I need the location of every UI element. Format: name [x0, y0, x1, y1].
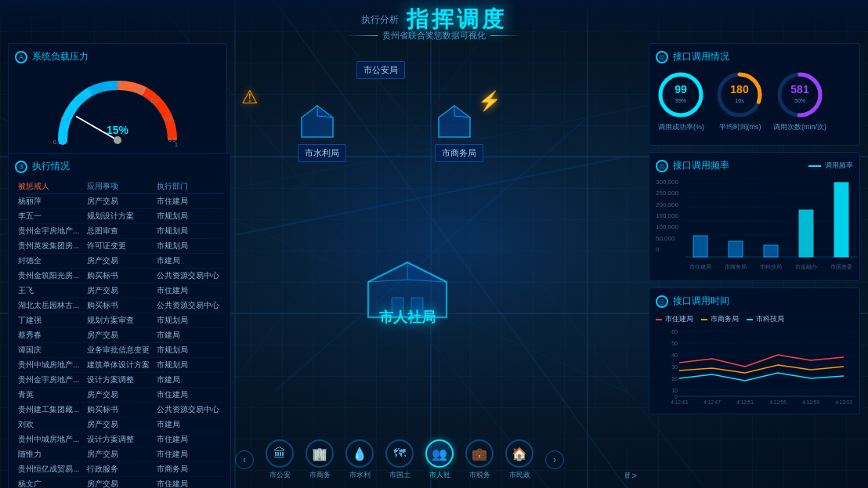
svg-text:0.2: 0.2: [61, 116, 69, 121]
table-row: 封德全房产交易市建局: [15, 254, 224, 269]
call-time-panel: ◎ 接口调用时间 市住建局 市商务局 市科技局: [649, 287, 860, 414]
svg-text:4:12:51: 4:12:51: [736, 399, 754, 405]
bottom-navigation: ‹ 🏛 市公安 🏢 市商务 💧 市水利 🗺 市国土 👥 市人社 💼 市税务 🏠 …: [235, 439, 641, 480]
table-row: 贵州中城房地产...设计方案调整市住建局: [15, 432, 224, 447]
nav-icon-minzheng: 🏠: [505, 439, 533, 468]
left-panel: A 系统负载压力 0.1 0.2 0.3 0.4 0.5: [8, 43, 227, 161]
table-row: 蔡秀春房产交易市建局: [15, 328, 224, 343]
table-row: 贵州恒亿成贸易...行政服务市商务局: [15, 462, 224, 477]
svg-text:99%: 99%: [675, 98, 686, 103]
svg-text:市科技局: 市科技局: [760, 264, 782, 269]
header-subtitle: 执行分析: [361, 13, 399, 27]
table-row: 贵州中城房地产...建筑单体设计方案市规划局: [15, 358, 224, 373]
svg-text:0.1: 0.1: [53, 139, 61, 145]
svg-rect-55: [693, 236, 707, 257]
call-time-icon: ◎: [656, 295, 668, 308]
main-building-label: 市人社局: [379, 308, 436, 327]
execution-section: ③ 执行情况 被惩戒人 应用事项 执行部门 杨丽萍房产交易市住建局李五一规划设计…: [8, 153, 231, 488]
table-row: 谭国庆业务审批信息变更市规划局: [15, 343, 224, 358]
line-chart-svg: 60 50 40 30 20 10 0 4:12:43 4:12:47 4:12…: [656, 327, 855, 406]
table-row: 杨文广房产交易市住建局: [15, 477, 224, 489]
nav-next-button[interactable]: ›: [545, 450, 564, 469]
table-row: 湖北太岳园林古...购买标书公共资源交易中心: [15, 298, 224, 313]
table-row: 刘欢房产交易市建局: [15, 418, 224, 432]
svg-text:市金融办: 市金融办: [795, 264, 817, 269]
bar-chart-container: 300,000 250,000 200,000 150,000 100,000 …: [656, 179, 853, 274]
col-header-person: 被惩戒人: [15, 179, 84, 194]
svg-text:0.6: 0.6: [136, 87, 143, 92]
nav-item-shangwu[interactable]: 🏢 市商务: [306, 439, 334, 480]
table-row: 青英房产交易市住建局: [15, 388, 224, 403]
svg-point-14: [114, 136, 121, 144]
col-header-dept: 执行部门: [154, 179, 224, 194]
warning-icon-1: ⚠: [241, 86, 259, 108]
svg-text:50: 50: [671, 341, 678, 346]
table-row: 贵州金筑阳光房...购买标书公共资源交易中心: [15, 269, 224, 284]
svg-text:市住建局: 市住建局: [689, 264, 711, 269]
svg-text:4:12:43: 4:12:43: [671, 399, 688, 405]
exec-table: 被惩戒人 应用事项 执行部门 杨丽萍房产交易市住建局李五一规划设计方案市规划局贵…: [15, 179, 224, 488]
svg-text:15%: 15%: [107, 124, 129, 136]
svg-text:99: 99: [675, 83, 687, 96]
svg-text:581: 581: [790, 83, 809, 96]
svg-text:20: 20: [671, 376, 678, 381]
svg-marker-27: [317, 106, 333, 117]
nav-item-minzheng[interactable]: 🏠 市民政: [505, 439, 533, 480]
nav-item-shuili[interactable]: 💧 市水利: [345, 439, 374, 480]
system-load-panel: A 系统负载压力 0.1 0.2 0.3 0.4 0.5: [8, 43, 227, 155]
table-row: 李五一规划设计方案市规划局: [15, 209, 224, 224]
svg-text:市商务局: 市商务局: [725, 264, 747, 269]
svg-text:市国资委: 市国资委: [830, 264, 852, 270]
table-row: 丁建强规划方案审查市规划局: [15, 313, 224, 328]
call-freq-title: ◎ 接口调用频率 调用频率: [656, 159, 853, 172]
exec-icon: ③: [15, 161, 27, 173]
nav-item-shuiwu[interactable]: 💼 市税务: [465, 439, 494, 480]
circ-gauge-success: 99 99% 调用成功率(%): [656, 70, 707, 132]
nav-icon-guotu: 🗺: [385, 439, 414, 468]
svg-text:40: 40: [671, 352, 678, 358]
svg-text:0.3: 0.3: [77, 98, 85, 103]
svg-text:4:13:03: 4:13:03: [835, 399, 852, 405]
svg-rect-58: [799, 210, 813, 257]
nav-prev-button[interactable]: ‹: [235, 450, 254, 469]
svg-text:4:12:59: 4:12:59: [802, 399, 819, 405]
table-row: 贵州金宇房地产...设计方案调整市建局: [15, 373, 224, 388]
nav-item-gongan[interactable]: 🏛 市公安: [266, 439, 294, 480]
call-stats-icon: ◎: [656, 51, 668, 63]
building-shuili: 市水利局: [298, 102, 346, 162]
svg-line-9: [274, 0, 627, 488]
nav-icon-shangwu: 🏢: [306, 439, 334, 468]
svg-text:0: 0: [675, 394, 678, 399]
table-row: 贵州英发集团房...许可证变更市规划局: [15, 239, 224, 254]
svg-text:10: 10: [671, 388, 678, 393]
call-stats-row: 99 99% 调用成功率(%) 180 10s 平均时间(ms): [656, 70, 853, 132]
system-load-title: A 系统负载压力: [15, 50, 220, 63]
call-freq-panel: ◎ 接口调用频率 调用频率 300,000 250,000 200,000 15…: [649, 152, 860, 281]
svg-text:0.8: 0.8: [165, 116, 172, 121]
y-axis: 300,000 250,000 200,000 150,000 100,000 …: [656, 179, 678, 253]
header-description: 贵州省联合奖惩数据可视化: [346, 30, 522, 42]
bar-chart-svg: 市住建局 市商务局 市科技局 市金融办 市国资委: [685, 179, 858, 273]
table-row: 王飞房产交易市住建局: [15, 284, 224, 298]
nav-item-guotu[interactable]: 🗺 市国土: [385, 439, 414, 480]
execution-panel: ③ 执行情况 被惩戒人 应用事项 执行部门 杨丽萍房产交易市住建局李五一规划设计…: [8, 153, 231, 488]
nav-icon-shuiwu: 💼: [465, 439, 494, 468]
nav-item-renshe[interactable]: 👥 市人社: [425, 439, 454, 480]
exec-title: ③ 执行情况: [15, 160, 224, 173]
svg-text:0.5: 0.5: [118, 81, 125, 86]
nav-icon-gongan: 🏛: [266, 439, 294, 468]
svg-text:0.4: 0.4: [98, 87, 106, 92]
line-chart-legend: 市住建局 市商务局 市科技局: [656, 314, 853, 324]
system-load-icon: A: [15, 51, 27, 63]
building-label-gongan: 市公安局: [356, 61, 405, 79]
svg-rect-57: [764, 245, 778, 257]
svg-text:10s: 10s: [735, 98, 744, 103]
svg-marker-29: [454, 106, 470, 117]
circ-gauge-time: 180 10s 平均时间(ms): [714, 70, 765, 132]
svg-text:60: 60: [671, 329, 678, 334]
call-time-title: ◎ 接口调用时间: [656, 295, 853, 308]
gauge-container: 0.1 0.2 0.3 0.4 0.5 0.6 0.7 0.8 0.9 1 15…: [47, 70, 188, 148]
call-stats-title: ◎ 接口调用情况: [656, 50, 853, 63]
call-stats-panel: ◎ 接口调用情况 99 99% 调用成功率(%) 180 1: [649, 43, 860, 146]
svg-text:180: 180: [730, 83, 749, 96]
